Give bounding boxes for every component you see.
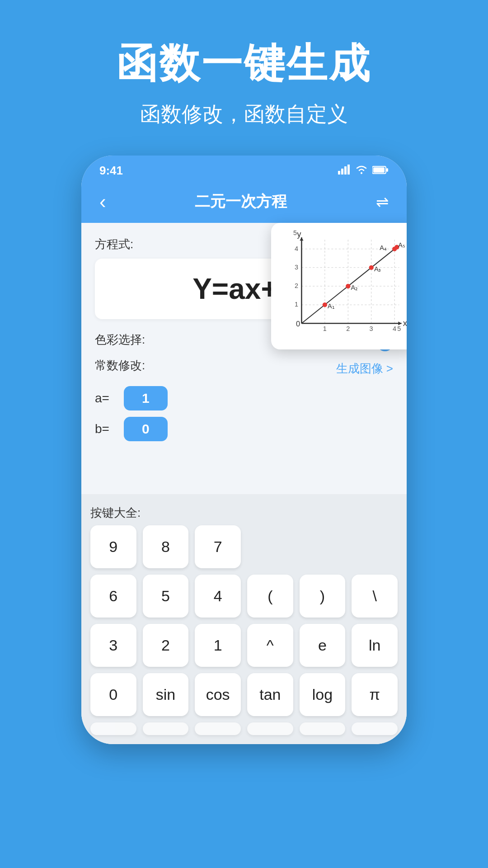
svg-point-36 — [346, 284, 350, 288]
svg-text:A₁: A₁ — [328, 302, 335, 310]
constants-section: 常数修改: 生成图像 > a= 1 b= 0 — [95, 358, 393, 441]
promo-subtitle: 函数修改，函数自定义 — [0, 100, 488, 128]
key-r5-5[interactable] — [300, 722, 346, 735]
key-pi[interactable]: π — [352, 673, 398, 716]
svg-text:3: 3 — [370, 325, 373, 332]
constants-label: 常数修改: — [95, 358, 145, 373]
svg-rect-6 — [386, 168, 388, 172]
svg-rect-7 — [373, 167, 385, 173]
svg-text:A₄: A₄ — [380, 244, 387, 251]
key-cos[interactable]: cos — [195, 673, 241, 716]
signal-icon — [338, 164, 351, 178]
svg-text:A₃: A₃ — [374, 265, 381, 273]
nav-bar: ‹ 二元一次方程 ⇌ — [81, 182, 407, 223]
color-label: 色彩选择: — [95, 332, 145, 348]
svg-text:A₂: A₂ — [351, 284, 358, 291]
key-3[interactable]: 3 — [90, 624, 136, 667]
key-open-paren[interactable]: ( — [247, 575, 293, 618]
key-tan[interactable]: tan — [247, 673, 293, 716]
key-2[interactable]: 2 — [143, 624, 189, 667]
key-r5-1[interactable] — [90, 722, 136, 735]
a-value[interactable]: 1 — [124, 386, 168, 410]
key-1[interactable]: 1 — [195, 624, 241, 667]
keyboard-row-1: 9 8 7 — [90, 525, 398, 568]
a-label: a= — [95, 391, 117, 406]
key-9[interactable]: 9 — [90, 525, 136, 568]
promo-area: 函数一键生成 函数修改，函数自定义 — [0, 0, 488, 156]
wifi-icon — [355, 164, 368, 178]
b-value[interactable]: 0 — [124, 417, 168, 441]
keyboard-row-5-partial — [90, 722, 398, 735]
key-0[interactable]: 0 — [90, 673, 136, 716]
action-button[interactable]: ⇌ — [376, 193, 389, 211]
svg-text:y: y — [297, 230, 301, 239]
b-label: b= — [95, 422, 117, 436]
key-backslash[interactable]: \ — [352, 575, 398, 618]
key-r5-6[interactable] — [352, 722, 398, 735]
svg-text:4: 4 — [393, 325, 396, 332]
svg-text:3: 3 — [295, 264, 298, 271]
phone-mockup: 9:41 — [81, 156, 407, 744]
key-sin[interactable]: sin — [143, 673, 189, 716]
key-log[interactable]: log — [300, 673, 346, 716]
keyboard-row-3: 3 2 1 ^ e ln — [90, 624, 398, 667]
svg-text:1: 1 — [323, 325, 327, 332]
constant-b-row: b= 0 — [95, 417, 393, 441]
key-5[interactable]: 5 — [143, 575, 189, 618]
svg-text:5: 5 — [397, 325, 401, 332]
key-caret[interactable]: ^ — [247, 624, 293, 667]
key-r5-3[interactable] — [195, 722, 241, 735]
svg-text:0: 0 — [296, 320, 300, 328]
keyboard-row-2: 6 5 4 ( ) \ — [90, 575, 398, 618]
key-e[interactable]: e — [300, 624, 346, 667]
status-time: 9:41 — [99, 164, 123, 178]
key-7[interactable]: 7 — [195, 525, 241, 568]
keyboard-label: 按键大全: — [90, 499, 398, 525]
key-close-paren[interactable]: ) — [300, 575, 346, 618]
constant-a-row: a= 1 — [95, 386, 393, 410]
status-icons — [338, 164, 389, 178]
promo-title: 函数一键生成 — [0, 36, 488, 91]
svg-text:A₅: A₅ — [398, 241, 405, 249]
svg-text:2: 2 — [346, 325, 350, 332]
svg-point-4 — [361, 172, 362, 174]
keyboard-row-4: 0 sin cos tan log π — [90, 673, 398, 716]
key-6[interactable]: 6 — [90, 575, 136, 618]
svg-rect-3 — [347, 165, 350, 175]
graph-overlay: x y 0 1 2 3 4 5 1 2 3 4 5 A₁ — [271, 223, 407, 349]
generate-link[interactable]: 生成图像 > — [336, 361, 393, 377]
svg-text:4: 4 — [295, 245, 298, 252]
status-bar: 9:41 — [81, 156, 407, 182]
svg-point-34 — [323, 302, 327, 307]
key-r5-2[interactable] — [143, 722, 189, 735]
key-ln[interactable]: ln — [352, 624, 398, 667]
key-4[interactable]: 4 — [195, 575, 241, 618]
content-area: 方程式: Y=ax+b 色彩选择: 常数修改: 生成图像 > a= 1 b= 0 — [81, 223, 407, 494]
keyboard-section: 按键大全: 9 8 7 6 5 4 ( ) \ 3 2 1 ^ e ln — [81, 494, 407, 744]
coordinate-graph: x y 0 1 2 3 4 5 1 2 3 4 5 A₁ — [278, 230, 407, 342]
back-button[interactable]: ‹ — [99, 190, 106, 213]
nav-title: 二元一次方程 — [195, 191, 287, 212]
key-r5-4[interactable] — [247, 722, 293, 735]
svg-point-38 — [369, 265, 374, 270]
constants-header: 常数修改: 生成图像 > — [95, 358, 393, 380]
svg-text:2: 2 — [295, 282, 298, 289]
svg-text:5: 5 — [293, 230, 297, 236]
svg-rect-1 — [341, 169, 343, 175]
svg-rect-2 — [344, 166, 347, 175]
battery-icon — [372, 164, 389, 178]
svg-text:x: x — [403, 318, 407, 328]
key-8[interactable]: 8 — [143, 525, 189, 568]
svg-rect-0 — [338, 171, 340, 175]
svg-text:1: 1 — [295, 301, 298, 308]
